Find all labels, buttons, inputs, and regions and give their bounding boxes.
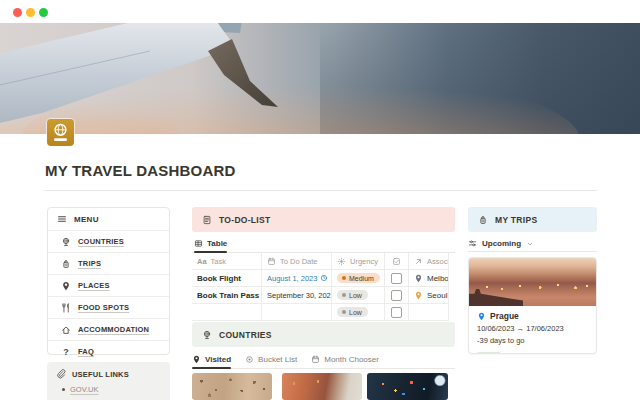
urgency-pill-low[interactable]: Low [337,290,368,300]
sidebar-item-label: PLACES [78,281,110,290]
calendar-icon [267,257,276,266]
urgency-pill-medium[interactable]: Medium [337,273,380,283]
date-text: August 1, 2023 [267,274,317,283]
trip-name: Prague [490,311,519,321]
urgency-pill-low[interactable]: Low [337,307,368,317]
column-header-task[interactable]: Aa Task [192,253,262,270]
text-property-icon: Aa [197,257,207,266]
checkbox-cell[interactable] [385,304,409,321]
date-cell[interactable]: August 1, 2023 [262,270,332,287]
pill-dot [342,293,346,297]
trip-countdown: -39 days to go [477,336,588,345]
minimize-window-button[interactable] [26,8,35,17]
checkbox-property-icon [392,257,401,266]
checkbox-cell[interactable] [385,270,409,287]
trip-dates: 10/06/2023 → 17/06/2023 [477,324,588,333]
menu-panel: MENU COUNTRIES TRIPS PLACES FOOD SPOTS A… [47,207,170,355]
column-label: To Do Date [280,257,318,266]
tab-table-view[interactable]: Table [194,239,227,252]
todo-list-section-header[interactable]: TO-DO-LIST [192,207,455,232]
sidebar-item-faq[interactable]: ? FAQ [48,340,169,362]
tab-bucket-list[interactable]: Bucket List [245,355,297,368]
paperclip-icon [56,369,66,379]
column-header-associated[interactable]: Associated T… [409,253,449,270]
sidebar-item-food-spots[interactable]: FOOD SPOTS [48,296,169,318]
reminder-clock-icon [320,274,328,282]
hamburger-icon [57,214,67,224]
house-icon [61,325,71,335]
place-name: Melbourne [427,274,449,283]
associated-trip-cell[interactable]: Seoul [409,287,449,304]
close-window-button[interactable] [13,8,22,17]
column-label: Associated T… [427,257,449,266]
my-trips-title: MY TRIPS [495,215,537,225]
zoom-window-button[interactable] [39,8,48,17]
country-card-photo[interactable] [192,373,272,400]
bullet-dot [62,388,65,391]
checkbox-cell[interactable] [385,287,409,304]
list-item: GOV.UK [62,385,161,394]
luggage-icon [478,215,488,225]
passport-icon[interactable] [47,119,74,146]
sidebar-item-places[interactable]: PLACES [48,274,169,296]
column-label: Urgency [350,257,378,266]
tab-visited[interactable]: Visited [192,355,231,368]
date-text: September 30, 202 [267,291,331,300]
sidebar-item-label: FAQ [78,347,94,356]
chevron-down-icon [526,240,534,248]
task-name: Book Train Pass [197,291,259,300]
window-titlebar [0,0,640,23]
pill-label: Low [349,292,362,299]
task-cell[interactable] [192,304,262,321]
associated-trip-cell[interactable] [409,304,449,321]
column-header-date[interactable]: To Do Date [262,253,332,270]
country-card-photo[interactable] [282,373,362,400]
sidebar-item-countries[interactable]: COUNTRIES [48,230,169,252]
pin-icon [414,291,423,300]
cover-photo-airplane-wing[interactable] [0,23,640,134]
pin-icon [61,281,71,291]
urgency-cell[interactable]: Low [332,304,385,321]
row-checkbox[interactable] [391,290,402,301]
tab-label: Bucket List [258,355,297,364]
column-header-urgency[interactable]: Urgency [332,253,385,270]
task-cell[interactable]: Book Train Pass [192,287,262,304]
table-row: Book Train Pass September 30, 202 Low Se… [192,287,455,304]
country-card-photo[interactable] [367,373,448,400]
tab-label: Visited [205,355,231,364]
my-trips-section-header[interactable]: MY TRIPS [468,207,597,232]
tab-month-chooser[interactable]: Month Chooser [311,355,379,368]
globe-icon [61,237,71,247]
trips-filter-upcoming[interactable]: Upcoming [468,236,597,252]
table-row: Book Flight August 1, 2023 Medium Melbou… [192,270,455,287]
memo-icon [202,215,212,225]
task-cell[interactable]: Book Flight [192,270,262,287]
trip-card-prague[interactable]: Prague 10/06/2023 → 17/06/2023 -39 days … [468,257,597,354]
countries-section-header[interactable]: COUNTRIES [192,322,455,347]
column-header-checkbox[interactable] [385,253,409,270]
row-checkbox[interactable] [391,307,402,318]
todo-table: Aa Task To Do Date Urgency Associated T…… [192,253,455,321]
airplane-wing-sunset-graphic [0,23,640,134]
useful-links-title: USEFUL LINKS [72,370,129,379]
menu-title: MENU [74,215,99,224]
countries-view-tabs: Visited Bucket List Month Chooser [192,350,455,369]
urgency-cell[interactable]: Medium [332,270,385,287]
sidebar-item-trips[interactable]: TRIPS [48,252,169,274]
date-link[interactable]: August 1, 2023 [267,274,328,283]
urgency-cell[interactable]: Low [332,287,385,304]
link-govuk[interactable]: GOV.UK [70,385,98,394]
trip-card-details: Prague 10/06/2023 → 17/06/2023 -39 days … [469,306,596,354]
sidebar-item-accommodation[interactable]: ACCOMMODATION [48,318,169,340]
table-header-row: Aa Task To Do Date Urgency Associated T… [192,253,455,270]
table-row: Low [192,304,455,321]
row-checkbox[interactable] [391,273,402,284]
column-label: Task [211,257,226,266]
globe-icon [202,330,212,340]
select-property-icon [337,257,346,266]
associated-trip-cell[interactable]: Melbourne [409,270,449,287]
date-cell[interactable]: September 30, 202 [262,287,332,304]
place-name: Seoul [427,291,447,300]
date-cell[interactable] [262,304,332,321]
tab-label: Table [207,239,227,248]
